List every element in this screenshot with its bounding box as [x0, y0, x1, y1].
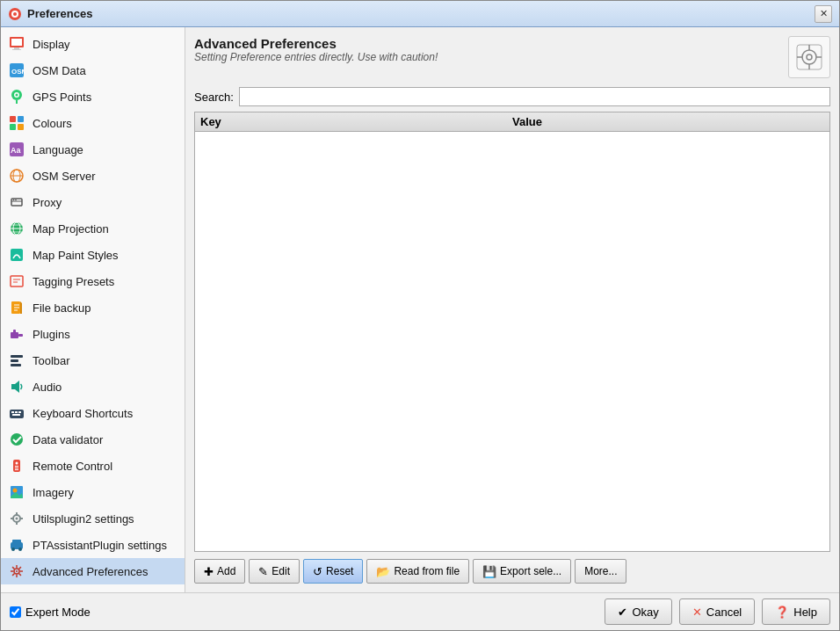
search-input[interactable]	[239, 87, 830, 106]
sidebar-item-gps-label: GPS Points	[33, 91, 91, 104]
reset-icon: ↺	[313, 565, 322, 578]
svg-rect-16	[18, 124, 24, 130]
svg-rect-4	[11, 39, 22, 46]
add-button[interactable]: ✚ Add	[194, 559, 245, 584]
sidebar-item-keyboard-shortcuts[interactable]: Keyboard Shortcuts	[1, 400, 185, 426]
export-icon: 💾	[482, 565, 496, 578]
sidebar-item-language[interactable]: Aa Language	[1, 136, 185, 163]
edit-button[interactable]: ✎ Edit	[249, 559, 300, 584]
sidebar-item-toolbar[interactable]: Toolbar	[1, 347, 185, 374]
sidebar-item-map-paint-styles[interactable]: Map Paint Styles	[1, 242, 185, 268]
preferences-window: Preferences ✕ Display OSM OSM Data	[0, 0, 840, 631]
reset-button[interactable]: ↺ Reset	[303, 559, 363, 584]
expert-mode-checkbox[interactable]: Expert Mode	[10, 606, 91, 619]
sidebar-item-audio[interactable]: Audio	[1, 374, 185, 400]
sidebar-item-advanced-preferences[interactable]: Advanced Preferences	[1, 558, 185, 584]
plugins-icon	[8, 325, 25, 343]
close-button[interactable]: ✕	[815, 5, 832, 23]
sidebar-item-colours[interactable]: Colours	[1, 110, 185, 136]
sidebar-item-map-paint-label: Map Paint Styles	[33, 249, 119, 262]
sidebar-item-proxy[interactable]: Proxy	[1, 189, 185, 215]
svg-rect-43	[11, 355, 23, 358]
advanced-preferences-icon	[8, 562, 25, 580]
sidebar-item-data-validator-label: Data validator	[33, 433, 103, 446]
preferences-table: Key Value	[194, 112, 830, 552]
table-col-key: Key	[200, 115, 512, 128]
okay-button[interactable]: ✔ Okay	[605, 598, 671, 625]
search-label: Search:	[194, 91, 234, 104]
sidebar-item-display[interactable]: Display	[1, 31, 185, 57]
sidebar-item-language-label: Language	[33, 143, 83, 156]
colours-icon	[8, 114, 25, 132]
svg-rect-42	[13, 330, 16, 333]
expert-mode-check[interactable]	[10, 606, 21, 618]
search-row: Search:	[194, 87, 830, 106]
sidebar-item-ptassistant[interactable]: PTAssistantPlugin settings	[1, 532, 185, 558]
help-button[interactable]: ❓ Help	[762, 598, 830, 625]
sidebar-item-display-label: Display	[33, 38, 70, 51]
main-panel: Advanced Preferences Setting Preference …	[185, 27, 839, 592]
keyboard-shortcuts-icon	[8, 404, 25, 422]
sidebar-item-tagging-presets[interactable]: Tagging Presets	[1, 268, 185, 294]
sidebar-item-data-validator[interactable]: Data validator	[1, 426, 185, 453]
proxy-icon	[8, 193, 25, 211]
export-selected-button[interactable]: 💾 Export sele...	[473, 559, 571, 584]
display-icon	[8, 35, 25, 53]
osm-server-icon	[8, 167, 25, 185]
svg-rect-44	[11, 359, 18, 362]
svg-point-72	[16, 570, 18, 572]
svg-point-83	[807, 54, 812, 60]
sidebar-item-plugins[interactable]: Plugins	[1, 321, 185, 347]
sidebar-item-toolbar-label: Toolbar	[33, 354, 70, 367]
svg-rect-45	[11, 364, 21, 366]
panel-subtitle: Setting Preference entries directly. Use…	[194, 51, 788, 63]
svg-rect-6	[12, 49, 21, 50]
sidebar-item-colours-label: Colours	[33, 117, 72, 130]
help-label: Help	[793, 606, 817, 619]
svg-point-54	[16, 462, 18, 465]
svg-point-11	[16, 94, 18, 97]
data-validator-icon	[8, 431, 25, 448]
panel-title-block: Advanced Preferences Setting Preference …	[194, 36, 788, 63]
sidebar-item-utilsplugin2[interactable]: Utilsplugin2 settings	[1, 505, 185, 532]
toolbar-row: ✚ Add ✎ Edit ↺ Reset 📂 Read from file 💾	[194, 559, 830, 584]
svg-point-2	[13, 12, 17, 16]
sidebar-item-remote-control[interactable]: Remote Control	[1, 453, 185, 479]
map-paint-styles-icon	[8, 246, 25, 264]
svg-rect-48	[11, 411, 14, 413]
svg-point-25	[15, 199, 17, 201]
svg-rect-57	[15, 469, 18, 470]
svg-rect-14	[18, 116, 24, 122]
cancel-icon: ✕	[692, 606, 702, 619]
svg-line-80	[12, 574, 14, 576]
sidebar-item-gps-points[interactable]: GPS Points	[1, 83, 185, 110]
cancel-button[interactable]: ✕ Cancel	[679, 598, 755, 625]
svg-point-69	[18, 548, 22, 551]
svg-rect-70	[12, 540, 21, 543]
sidebar-item-imagery[interactable]: Imagery	[1, 479, 185, 505]
more-button[interactable]: More...	[575, 559, 626, 584]
sidebar-item-proxy-label: Proxy	[33, 196, 62, 209]
more-label: More...	[584, 565, 617, 577]
export-label: Export sele...	[500, 565, 561, 577]
sidebar-item-osm-data[interactable]: OSM OSM Data	[1, 57, 185, 83]
sidebar-item-osm-server[interactable]: OSM Server	[1, 163, 185, 189]
svg-marker-36	[20, 301, 22, 314]
svg-rect-41	[18, 334, 23, 337]
edit-icon: ✎	[258, 565, 268, 578]
svg-rect-40	[11, 332, 18, 338]
sidebar-item-audio-label: Audio	[33, 381, 62, 394]
sidebar-item-osm-data-label: OSM Data	[33, 64, 86, 77]
svg-rect-15	[10, 124, 16, 130]
read-from-file-button[interactable]: 📂 Read from file	[366, 559, 469, 584]
file-backup-icon	[8, 299, 25, 316]
help-icon: ❓	[775, 606, 789, 619]
titlebar-title: Preferences	[27, 7, 815, 20]
remote-control-icon	[8, 457, 25, 475]
svg-rect-50	[18, 411, 21, 413]
sidebar-item-file-backup[interactable]: File backup	[1, 294, 185, 321]
table-header: Key Value	[195, 112, 829, 132]
map-projection-icon	[8, 220, 25, 237]
sidebar-item-map-projection[interactable]: Map Projection	[1, 215, 185, 242]
sidebar-item-osm-server-label: OSM Server	[33, 170, 96, 183]
